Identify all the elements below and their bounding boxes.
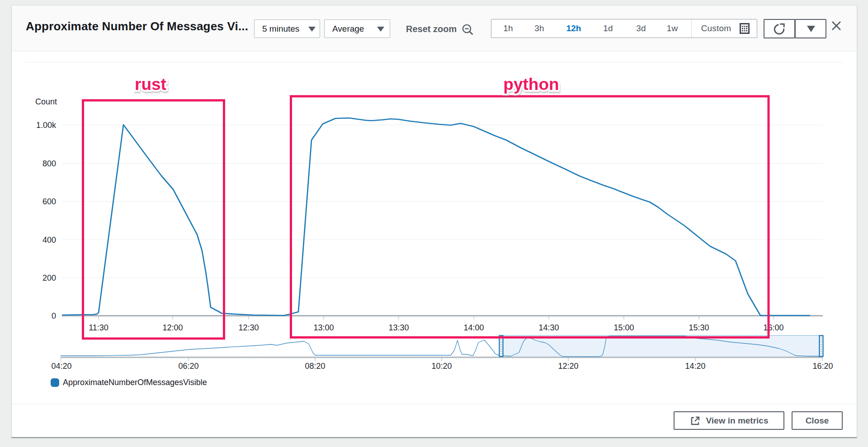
svg-text:rust: rust: [135, 75, 166, 94]
svg-text:12:30: 12:30: [238, 323, 259, 332]
svg-text:10:20: 10:20: [431, 362, 452, 371]
svg-text:15:00: 15:00: [613, 323, 634, 332]
svg-text:15:30: 15:30: [689, 323, 709, 332]
svg-text:14:20: 14:20: [685, 362, 705, 371]
svg-text:13:30: 13:30: [388, 323, 409, 332]
svg-text:14:30: 14:30: [538, 323, 559, 332]
svg-text:14:00: 14:00: [463, 323, 484, 332]
svg-text:400: 400: [42, 235, 56, 245]
svg-text:06:20: 06:20: [178, 362, 198, 371]
svg-text:0: 0: [52, 311, 56, 320]
svg-text:04:20: 04:20: [51, 362, 71, 371]
svg-text:Count: Count: [35, 97, 57, 106]
svg-text:13:00: 13:00: [313, 323, 334, 332]
svg-text:1.00k: 1.00k: [36, 121, 57, 130]
svg-text:08:20: 08:20: [305, 362, 325, 371]
svg-text:11:30: 11:30: [89, 323, 108, 332]
svg-text:12:20: 12:20: [558, 362, 578, 371]
svg-text:python: python: [503, 75, 559, 94]
svg-text:16:20: 16:20: [812, 362, 833, 371]
svg-text:12:00: 12:00: [162, 323, 183, 332]
svg-text:16:00: 16:00: [763, 323, 783, 332]
svg-text:200: 200: [42, 273, 56, 282]
svg-text:600: 600: [42, 197, 56, 206]
svg-text:800: 800: [42, 159, 56, 168]
